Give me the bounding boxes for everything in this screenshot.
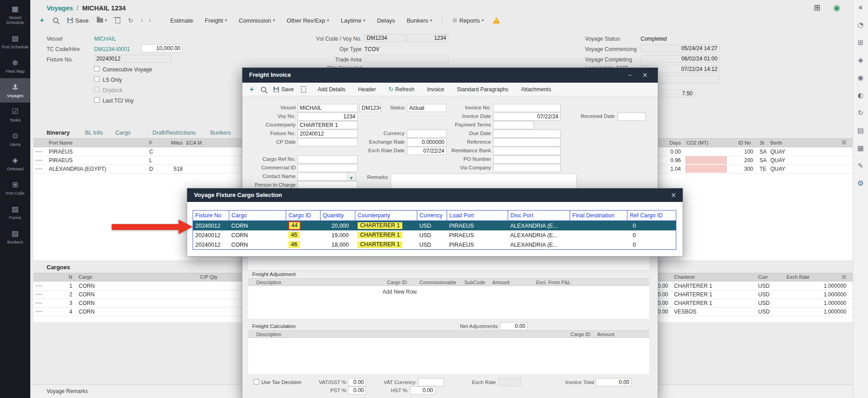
standard-paragraphs-button[interactable]: Standard Paragraphs	[457, 86, 508, 93]
copy-menu-button[interactable]: ▾	[97, 18, 107, 23]
cargo-curr[interactable]: USD	[758, 291, 769, 298]
sidebar-item-port-calls[interactable]: ⊞Port Calls	[0, 176, 30, 200]
cargo-name[interactable]: CORN	[79, 300, 94, 306]
fi-invoice-date-field[interactable]: 07/22/24	[493, 112, 561, 121]
itinerary-days[interactable]: 1.04	[661, 166, 681, 172]
tab-bunkers[interactable]: Bunkers	[210, 130, 231, 136]
fi-exch-rate-date-field[interactable]: 07/22/24	[407, 147, 447, 155]
itinerary-days[interactable]: 0.00	[661, 149, 681, 155]
cargo-charterer[interactable]: VESBOS	[674, 309, 696, 315]
dashboard-icon[interactable]: ◔	[858, 21, 863, 28]
itinerary-miles[interactable]: 518	[163, 166, 183, 172]
prev-voyage-icon[interactable]: ‹	[140, 16, 143, 24]
fi-commercial-id-field[interactable]	[297, 164, 358, 172]
fi-status-field[interactable]: Actual	[407, 104, 447, 112]
sidebar-item-forms[interactable]: ▧Forms	[0, 200, 30, 225]
sidebar-item-port-schedule[interactable]: ▤Port Schedule	[0, 29, 30, 54]
row-drag-handle[interactable]: •••	[35, 301, 42, 305]
fi-cargo-ref-field[interactable]	[297, 155, 358, 164]
fi-po-number-field[interactable]	[493, 155, 561, 164]
breadcrumb-voyages-link[interactable]: Voyages	[47, 5, 73, 12]
itinerary-port[interactable]: ALEXANDRIA (EGYPT)	[49, 166, 106, 172]
fi-remittance-bank-field[interactable]	[493, 147, 561, 155]
overview-rate-field[interactable]: 7.50	[661, 89, 695, 98]
save-button[interactable]: Save	[67, 17, 89, 24]
itinerary-f[interactable]: L	[149, 157, 152, 164]
fi-due-date-field[interactable]	[493, 130, 561, 138]
search-icon[interactable]	[53, 18, 58, 23]
itinerary-st[interactable]: SA	[760, 157, 767, 164]
freight-invoice-titlebar[interactable]: Freight Invoice – ×	[242, 68, 658, 83]
trade-area-field[interactable]	[364, 55, 448, 63]
cargo-charterer[interactable]: CHARTERER 1	[674, 283, 712, 289]
hst-field[interactable]: 0.00	[410, 386, 435, 394]
reports-icon[interactable]: ◐	[858, 92, 863, 99]
vat-gst-field[interactable]: 0.00	[348, 378, 366, 386]
fi-exchange-rate-field[interactable]: 0.000000	[407, 138, 447, 146]
commission-menu-button[interactable]: Commission▾	[239, 17, 275, 24]
itinerary-st[interactable]: SA	[760, 149, 767, 155]
sidebar-item-tasks[interactable]: ☑Tasks	[0, 103, 30, 127]
vsl-code-field[interactable]: DM1234	[364, 34, 406, 42]
ls-only-checkbox[interactable]	[94, 76, 99, 82]
header-button[interactable]: Header	[358, 86, 376, 93]
apps-grid-icon[interactable]: ⊞	[858, 39, 863, 46]
itinerary-id-no[interactable]: 300	[736, 166, 753, 172]
row-drag-handle[interactable]: •••	[35, 292, 42, 297]
itinerary-f[interactable]: C	[149, 149, 153, 155]
itinerary-id-no[interactable]: 200	[736, 157, 753, 164]
row-drag-handle[interactable]: •••	[35, 158, 42, 163]
itinerary-days[interactable]: 0.96	[661, 157, 681, 164]
next-voyage-icon[interactable]: ›	[148, 16, 151, 24]
bunkers-menu-button[interactable]: Bunkers▾	[407, 17, 432, 24]
cargo-name[interactable]: CORN	[79, 309, 94, 315]
fi-reference-field[interactable]	[493, 138, 561, 146]
fi-fixture-no-field[interactable]: 20240012	[297, 130, 358, 138]
invoice-button[interactable]: Invoice	[427, 86, 444, 93]
cargo-row-selected[interactable]: 20240012 CORN 44 20,000 CHARTERER 1 USD …	[193, 221, 676, 231]
vat-currency-field[interactable]	[418, 378, 444, 386]
delete-icon[interactable]	[115, 19, 120, 23]
tc-hire-field[interactable]: 10,000.00	[141, 44, 183, 52]
add-details-button[interactable]: Add Details	[318, 86, 345, 93]
cargo-row[interactable]: 20240012 CORN 46 18,000 CHARTERER 1 USD …	[193, 240, 676, 250]
cargo-curr[interactable]: USD	[758, 283, 769, 289]
tab-cargo[interactable]: Cargo	[115, 130, 131, 136]
collapse-panel-icon[interactable]: «	[858, 4, 863, 11]
fi-counterparty-field[interactable]: CHARTERER 1	[297, 121, 358, 129]
fi-via-company-field[interactable]	[493, 164, 561, 172]
fi-contact-name-select[interactable]	[297, 173, 347, 181]
fixture-no-field[interactable]: 20240012	[94, 55, 172, 63]
tab-itinerary[interactable]: Itinerary	[47, 129, 70, 136]
tab-bl-info[interactable]: BL Info	[85, 130, 103, 136]
itinerary-st[interactable]: TE	[760, 166, 766, 172]
use-tax-decision-checkbox[interactable]	[254, 379, 259, 384]
cargo-exch-rate[interactable]: 1.000000	[813, 291, 846, 298]
search-icon[interactable]	[261, 87, 266, 92]
settings-icon[interactable]: ⚙	[857, 180, 863, 187]
delete-icon[interactable]	[301, 88, 306, 93]
add-new-row-link[interactable]: Add New Row	[382, 289, 417, 295]
itinerary-id-no[interactable]: 100	[736, 149, 753, 155]
map-icon[interactable]: ◉	[858, 74, 863, 81]
cargo-curr[interactable]: USD	[758, 309, 769, 315]
fi-payment-terms-field[interactable]	[493, 121, 534, 129]
cargo-exch-rate[interactable]: 1.000000	[813, 309, 846, 315]
delays-button[interactable]: Delays	[377, 17, 395, 24]
sidebar-item-vessel-schedule[interactable]: ▦Vessel Schedule	[0, 0, 30, 29]
other-rev-exp-menu-button[interactable]: Other Rev/Exp▾	[287, 17, 329, 24]
voyage-completing-field[interactable]: 06/02/24 01:00	[641, 55, 720, 63]
grid-view-icon[interactable]: ⊞	[814, 3, 821, 12]
globe-icon[interactable]: ◉	[833, 3, 840, 12]
validation-warning-icon[interactable]	[493, 17, 500, 23]
edit-icon[interactable]: ✎	[858, 162, 863, 169]
grid-panel-icon[interactable]: ▦	[857, 145, 863, 152]
sidebar-item-alerts[interactable]: ⊙Alerts	[0, 127, 30, 151]
last-tci-voy-checkbox[interactable]	[94, 97, 99, 103]
add-icon[interactable]: +	[250, 86, 254, 93]
itinerary-f[interactable]: D	[149, 166, 153, 172]
reports-menu-button[interactable]: ⊞Reports▾	[453, 17, 484, 24]
cargo-charterer[interactable]: CHARTERER 1	[674, 300, 712, 306]
freight-menu-button[interactable]: Freight▾	[205, 17, 227, 24]
refresh-button[interactable]: ↻Refresh	[388, 86, 414, 93]
